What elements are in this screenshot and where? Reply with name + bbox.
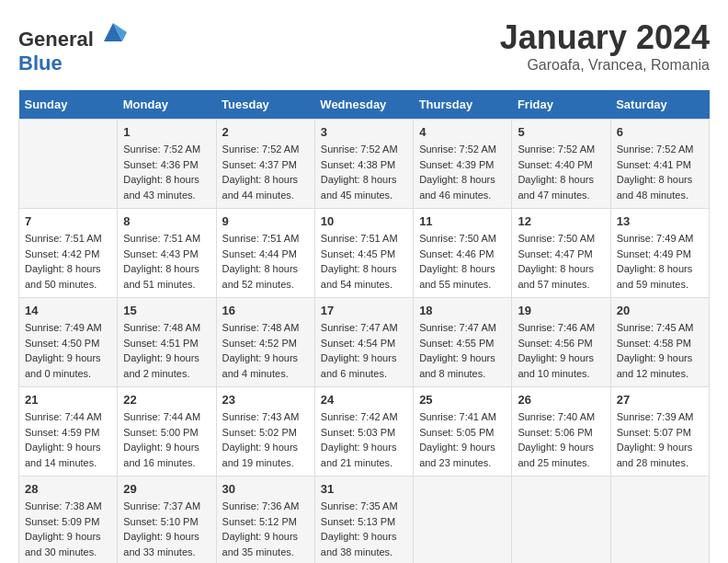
day-number: 26	[518, 393, 604, 407]
day-info: Sunrise: 7:42 AMSunset: 5:03 PMDaylight:…	[321, 409, 407, 470]
day-info-line: and 4 minutes.	[222, 366, 309, 382]
day-info-line: Daylight: 9 hours	[518, 440, 604, 455]
day-info-line: Daylight: 8 hours	[518, 261, 604, 277]
day-number: 21	[25, 393, 111, 407]
day-number: 31	[321, 482, 407, 496]
day-info: Sunrise: 7:38 AMSunset: 5:09 PMDaylight:…	[25, 499, 111, 559]
day-info: Sunrise: 7:51 AMSunset: 4:42 PMDaylight:…	[25, 231, 111, 292]
day-info-line: Sunrise: 7:35 AM	[321, 499, 407, 514]
day-info-line: and 35 minutes.	[222, 545, 309, 560]
day-info-line: Sunrise: 7:52 AM	[518, 142, 604, 157]
day-info-line: Sunset: 4:38 PM	[321, 157, 407, 173]
day-info-line: Sunrise: 7:48 AM	[222, 320, 309, 336]
day-info-line: Sunrise: 7:49 AM	[617, 231, 703, 247]
day-info-line: Sunrise: 7:50 AM	[518, 231, 604, 247]
day-info-line: and 54 minutes.	[321, 277, 407, 293]
page-header: General Blue January 2024 Garoafa, Vranc…	[18, 18, 710, 75]
day-info-line: Daylight: 8 hours	[123, 172, 210, 188]
day-info-line: Sunset: 4:40 PM	[518, 157, 604, 173]
day-info-line: Sunrise: 7:45 AM	[617, 320, 703, 336]
month-title: January 2024	[500, 18, 710, 57]
calendar-cell: 18Sunrise: 7:47 AMSunset: 4:55 PMDayligh…	[414, 298, 512, 387]
day-info-line: Sunset: 4:36 PM	[123, 157, 210, 173]
calendar-cell: 15Sunrise: 7:48 AMSunset: 4:51 PMDayligh…	[118, 298, 216, 387]
day-info-line: Daylight: 9 hours	[25, 529, 111, 545]
day-info-line: and 19 minutes.	[222, 455, 309, 471]
calendar-cell: 14Sunrise: 7:49 AMSunset: 4:50 PMDayligh…	[19, 298, 118, 387]
day-number: 22	[123, 393, 210, 407]
day-info-line: and 51 minutes.	[123, 277, 210, 293]
day-info-line: Sunrise: 7:52 AM	[617, 142, 703, 157]
calendar-cell	[512, 477, 610, 564]
day-info-line: Daylight: 9 hours	[123, 440, 210, 455]
calendar-header: SundayMondayTuesdayWednesdayThursdayFrid…	[19, 90, 710, 120]
calendar-cell: 29Sunrise: 7:37 AMSunset: 5:10 PMDayligh…	[118, 477, 216, 564]
day-info-line: Sunrise: 7:52 AM	[419, 142, 506, 157]
day-info: Sunrise: 7:36 AMSunset: 5:12 PMDaylight:…	[222, 499, 309, 559]
day-info: Sunrise: 7:40 AMSunset: 5:06 PMDaylight:…	[518, 409, 604, 470]
day-info-line: Sunset: 4:51 PM	[123, 336, 210, 351]
day-info-line: and 8 minutes.	[419, 366, 506, 382]
calendar-cell: 10Sunrise: 7:51 AMSunset: 4:45 PMDayligh…	[314, 209, 413, 298]
day-number: 15	[123, 304, 210, 317]
day-number: 6	[617, 125, 703, 139]
day-number: 19	[518, 304, 604, 317]
day-info-line: Sunset: 4:50 PM	[25, 336, 111, 351]
day-info: Sunrise: 7:35 AMSunset: 5:13 PMDaylight:…	[321, 499, 407, 559]
day-info: Sunrise: 7:51 AMSunset: 4:43 PMDaylight:…	[123, 231, 210, 292]
day-info-line: Sunrise: 7:51 AM	[321, 231, 407, 247]
day-info-line: Daylight: 9 hours	[222, 440, 309, 455]
day-info-line: Daylight: 8 hours	[123, 261, 210, 277]
day-number: 30	[222, 482, 309, 496]
day-info-line: Daylight: 8 hours	[617, 261, 703, 277]
week-row: 21Sunrise: 7:44 AMSunset: 4:59 PMDayligh…	[19, 387, 710, 477]
day-info-line: Sunrise: 7:40 AM	[518, 409, 604, 425]
header-day-tuesday: Tuesday	[216, 90, 314, 120]
header-day-thursday: Thursday	[414, 90, 512, 120]
day-info-line: Sunrise: 7:48 AM	[123, 320, 210, 336]
day-info: Sunrise: 7:50 AMSunset: 4:46 PMDaylight:…	[419, 231, 506, 292]
logo-general: General	[18, 28, 94, 51]
calendar-cell: 5Sunrise: 7:52 AMSunset: 4:40 PMDaylight…	[512, 120, 610, 209]
day-number: 10	[321, 214, 407, 228]
header-day-saturday: Saturday	[610, 90, 709, 120]
logo-text: General Blue	[18, 18, 127, 75]
day-info-line: Sunrise: 7:51 AM	[25, 231, 111, 247]
logo-icon	[99, 18, 127, 46]
day-info-line: Sunset: 4:52 PM	[222, 336, 309, 351]
day-info-line: Sunset: 4:39 PM	[419, 157, 506, 173]
day-info: Sunrise: 7:45 AMSunset: 4:58 PMDaylight:…	[617, 320, 703, 381]
day-number: 12	[518, 214, 604, 228]
day-info: Sunrise: 7:48 AMSunset: 4:51 PMDaylight:…	[123, 320, 210, 381]
day-info-line: Sunrise: 7:44 AM	[25, 409, 111, 425]
day-number: 4	[419, 125, 506, 139]
day-info: Sunrise: 7:43 AMSunset: 5:02 PMDaylight:…	[222, 409, 309, 470]
calendar-table: SundayMondayTuesdayWednesdayThursdayFrid…	[18, 90, 710, 563]
day-info-line: Daylight: 8 hours	[419, 261, 506, 277]
day-info-line: Sunrise: 7:43 AM	[222, 409, 309, 425]
day-info-line: and 23 minutes.	[419, 455, 506, 471]
calendar-cell: 17Sunrise: 7:47 AMSunset: 4:54 PMDayligh…	[314, 298, 413, 387]
day-info-line: Sunset: 4:56 PM	[518, 336, 604, 351]
day-number: 24	[321, 393, 407, 407]
day-info-line: Daylight: 9 hours	[419, 350, 506, 366]
day-info-line: and 6 minutes.	[321, 366, 407, 382]
header-day-monday: Monday	[118, 90, 216, 120]
day-number: 18	[419, 304, 506, 317]
day-info-line: Sunrise: 7:42 AM	[321, 409, 407, 425]
day-info-line: and 28 minutes.	[617, 455, 703, 471]
week-row: 1Sunrise: 7:52 AMSunset: 4:36 PMDaylight…	[19, 120, 710, 209]
calendar-cell	[414, 477, 512, 564]
calendar-cell: 22Sunrise: 7:44 AMSunset: 5:00 PMDayligh…	[118, 387, 216, 477]
calendar-cell: 26Sunrise: 7:40 AMSunset: 5:06 PMDayligh…	[512, 387, 610, 477]
day-number: 7	[25, 214, 111, 228]
day-info-line: Sunset: 4:41 PM	[617, 157, 703, 173]
day-info-line: Daylight: 9 hours	[25, 350, 111, 366]
header-row: SundayMondayTuesdayWednesdayThursdayFrid…	[19, 90, 710, 120]
day-info-line: Sunset: 5:10 PM	[123, 514, 210, 530]
day-number: 5	[518, 125, 604, 139]
day-info-line: Sunrise: 7:47 AM	[321, 320, 407, 336]
day-info-line: and 30 minutes.	[25, 545, 111, 560]
day-info: Sunrise: 7:47 AMSunset: 4:55 PMDaylight:…	[419, 320, 506, 381]
day-info: Sunrise: 7:44 AMSunset: 5:00 PMDaylight:…	[123, 409, 210, 470]
